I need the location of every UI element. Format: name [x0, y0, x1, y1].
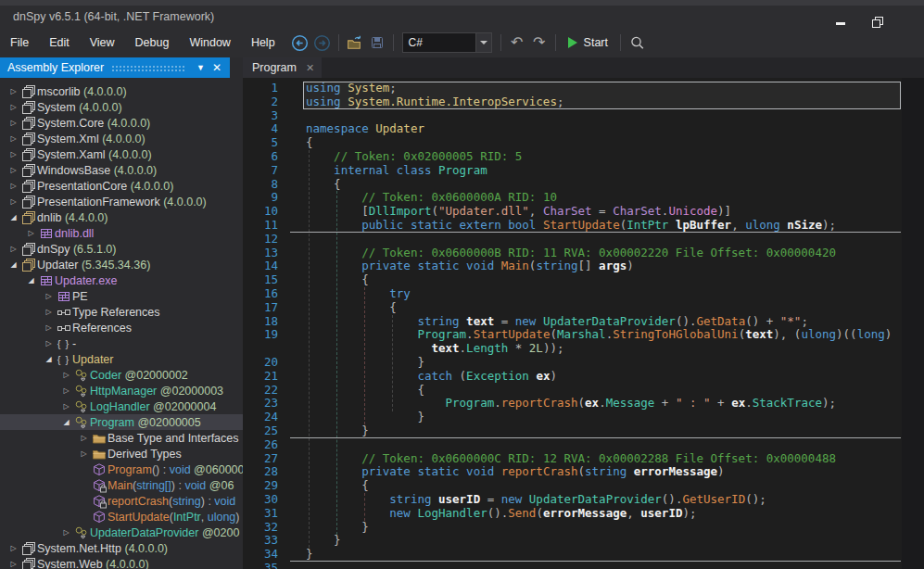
code-line-29[interactable]: 29 {: [243, 479, 924, 493]
tree-item-system-core[interactable]: ▷System.Core (4.0.0.0): [0, 115, 243, 131]
collapse-icon[interactable]: ◢: [60, 418, 72, 426]
tree-item-system-xml[interactable]: ▷System.Xml (4.0.0.0): [0, 131, 243, 146]
collapse-icon[interactable]: ◢: [43, 355, 55, 363]
code-line-19[interactable]: 19 Program.StartUpdate(Marshal.StringToH…: [243, 328, 924, 342]
code-line-25[interactable]: 25 }: [243, 424, 924, 438]
code-line-28[interactable]: 28 private static void reportCrash(strin…: [243, 465, 924, 479]
language-selector-dropdown[interactable]: [475, 33, 491, 52]
code-line-26[interactable]: 26: [243, 438, 924, 452]
expand-icon[interactable]: ▷: [7, 150, 19, 158]
code-line-11[interactable]: 11 public static extern bool StartUpdate…: [243, 219, 924, 233]
code-line-7[interactable]: 7 internal class Program: [243, 164, 924, 178]
tree-item-pe[interactable]: ▷PE: [0, 288, 243, 304]
expand-icon[interactable]: ▷: [7, 87, 19, 95]
expand-icon[interactable]: ▷: [60, 402, 72, 411]
code-line-3[interactable]: 3: [243, 109, 924, 123]
open-file-button[interactable]: [344, 32, 366, 54]
tree-item-updater[interactable]: ◢Updater (5.345.34.36): [0, 257, 243, 272]
tree-item-dnlib[interactable]: ◢dnlib (4.4.0.0): [0, 209, 243, 225]
tree-item-type-references[interactable]: ▷Type References: [0, 304, 243, 320]
code-line-33[interactable]: 33 }: [243, 534, 924, 548]
tree-item-coder[interactable]: ▷Coder @02000002: [0, 367, 243, 383]
tree-item-startupdate[interactable]: StartUpdate(IntPtr, ulong): [0, 509, 243, 525]
expand-icon[interactable]: ▷: [78, 434, 90, 442]
tree-item-updater[interactable]: ◢{ }Updater: [0, 351, 243, 367]
code-line-14[interactable]: 14 private static void Main(string[] arg…: [243, 259, 924, 273]
collapse-icon[interactable]: ◢: [7, 213, 19, 221]
code-line-5[interactable]: 5{: [243, 136, 924, 150]
tree-item-program[interactable]: ◢Program @02000005: [0, 414, 243, 430]
expand-icon[interactable]: ▷: [7, 197, 19, 206]
tree-item-derived-types[interactable]: ▷Derived Types: [0, 446, 243, 462]
tree-item-windowsbase[interactable]: ▷WindowsBase (4.0.0.0): [0, 162, 243, 178]
expand-icon[interactable]: ▷: [43, 339, 55, 348]
expand-icon[interactable]: ▷: [7, 134, 19, 143]
panel-menu-button[interactable]: ▼: [192, 63, 209, 72]
collapse-icon[interactable]: ◢: [25, 276, 37, 284]
tree-item-system-xaml[interactable]: ▷System.Xaml (4.0.0.0): [0, 146, 243, 162]
menu-item-edit[interactable]: Edit: [39, 32, 80, 54]
menu-item-window[interactable]: Window: [179, 32, 240, 54]
tree-item-system-web[interactable]: ▷System.Web (4.0.0.0): [0, 556, 243, 569]
expand-icon[interactable]: ▷: [43, 323, 55, 332]
tree-item-updater-exe[interactable]: ◢Updater.exe: [0, 272, 243, 288]
expand-icon[interactable]: ▷: [7, 245, 19, 253]
tree-item-dnspy[interactable]: ▷dnSpy (6.5.1.0): [0, 241, 243, 257]
expand-icon[interactable]: ▷: [43, 308, 55, 316]
tab-program[interactable]: Program ✕: [243, 57, 322, 78]
code-line-4[interactable]: 4namespace Updater: [243, 122, 924, 136]
expand-icon[interactable]: ▷: [7, 103, 19, 111]
tree-item-system[interactable]: ▷System (4.0.0.0): [0, 99, 243, 115]
tree-item-base-type-and-interfaces[interactable]: ▷Base Type and Interfaces: [0, 430, 243, 446]
tree-item-reportcrash[interactable]: reportCrash(string) : void: [0, 493, 243, 509]
code-line-16[interactable]: 16 try: [243, 287, 924, 301]
close-tab-icon[interactable]: ✕: [306, 62, 314, 74]
code-line-17[interactable]: 17 {: [243, 301, 924, 315]
start-debug-button[interactable]: Start: [561, 33, 615, 52]
code-line-30[interactable]: 30 string userID = new UpdaterDataProvid…: [243, 493, 924, 507]
menu-item-debug[interactable]: Debug: [125, 32, 180, 54]
tree-item-item[interactable]: ▷{ }-: [0, 335, 243, 351]
code-line-8[interactable]: 8 {: [243, 178, 924, 192]
code-editor[interactable]: 1using System;2using System.Runtime.Inte…: [243, 78, 924, 569]
language-selector[interactable]: C#: [402, 32, 492, 53]
code-line-2[interactable]: 2using System.Runtime.InteropServices;: [243, 95, 924, 109]
assembly-explorer-header[interactable]: Assembly Explorer ▼ ✕: [0, 57, 230, 78]
code-line-9[interactable]: 9 // Token: 0x0600000A RID: 10: [243, 191, 924, 205]
tree-item-references[interactable]: ▷References: [0, 320, 243, 335]
expand-icon[interactable]: ▷: [7, 119, 19, 127]
code-line-wrap[interactable]: text.Length * 2L));: [243, 342, 924, 356]
code-line-31[interactable]: 31 new LogHandler().Send(errorMessage, u…: [243, 507, 924, 521]
navigate-back-button[interactable]: [289, 32, 311, 54]
code-line-23[interactable]: 23 Program.reportCrash(ex.Message + " : …: [243, 397, 924, 411]
expand-icon[interactable]: ▷: [60, 528, 72, 537]
expand-icon[interactable]: ▷: [7, 166, 19, 174]
code-line-27[interactable]: 27 // Token: 0x0600000C RID: 12 RVA: 0x0…: [243, 452, 924, 466]
expand-icon[interactable]: ▷: [25, 229, 37, 237]
menu-item-file[interactable]: File: [0, 32, 39, 54]
code-line-15[interactable]: 15 {: [243, 273, 924, 287]
collapse-icon[interactable]: ◢: [7, 260, 19, 269]
code-line-24[interactable]: 24 }: [243, 411, 924, 424]
tree-item-main[interactable]: Main(string[]) : void @06: [0, 477, 243, 493]
code-line-34[interactable]: 34}: [243, 548, 924, 562]
save-button[interactable]: [366, 32, 388, 54]
code-line-13[interactable]: 13 // Token: 0x0600000B RID: 11 RVA: 0x0…: [243, 247, 924, 260]
expand-icon[interactable]: ▷: [60, 386, 72, 395]
code-line-18[interactable]: 18 string text = new UpdaterDataProvider…: [243, 315, 924, 329]
expand-icon[interactable]: ▷: [7, 544, 19, 552]
code-line-6[interactable]: 6 // Token: 0x02000005 RID: 5: [243, 150, 924, 164]
code-line-22[interactable]: 22 {: [243, 384, 924, 398]
expand-icon[interactable]: ▷: [60, 371, 72, 379]
tree-item-program[interactable]: Program() : void @060000: [0, 462, 243, 477]
code-line-10[interactable]: 10 [DllImport("Updater.dll", CharSet = C…: [243, 205, 924, 219]
expand-icon[interactable]: ▷: [7, 182, 19, 190]
panel-close-button[interactable]: ✕: [209, 61, 224, 74]
code-line-12[interactable]: 12: [243, 233, 924, 247]
menu-item-help[interactable]: Help: [241, 32, 285, 54]
code-line-1[interactable]: 1using System;: [243, 82, 924, 95]
tree-item-dnlib-dll[interactable]: ▷dnlib.dll: [0, 225, 243, 241]
expand-icon[interactable]: ▷: [7, 560, 19, 568]
code-line-32[interactable]: 32 }: [243, 521, 924, 535]
expand-icon[interactable]: ▷: [78, 449, 90, 458]
